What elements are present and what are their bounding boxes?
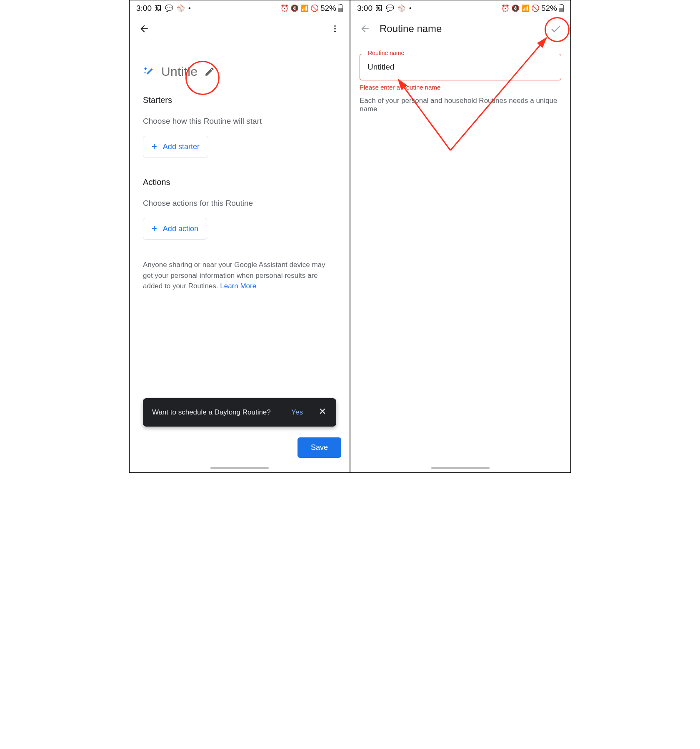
app-bar (130, 16, 350, 41)
privacy-info-text: Anyone sharing or near your Google Assis… (143, 260, 336, 292)
toast-message: Want to schedule a Daylong Routine? (152, 408, 271, 417)
battery-percent: 52% (541, 4, 557, 13)
arrow-back-icon (139, 23, 150, 34)
app-bar: Routine name (350, 16, 570, 41)
no-sim-icon: 🚫 (310, 5, 319, 12)
close-icon (318, 407, 327, 416)
pencil-icon (204, 66, 215, 77)
field-error-message: Please enter a Routine name (360, 84, 561, 91)
field-helper-text: Each of your personal and household Rout… (360, 97, 561, 113)
battery-icon (559, 5, 564, 12)
edit-name-button[interactable] (203, 65, 216, 78)
check-icon (550, 22, 562, 35)
no-sim-icon: 🚫 (531, 5, 540, 12)
plus-icon: + (152, 223, 157, 234)
starters-heading: Starters (143, 95, 336, 105)
mute-icon: 🔇 (290, 5, 299, 12)
battery-icon (338, 5, 343, 12)
messenger-icon: 💬 (386, 5, 394, 12)
dot-icon: • (188, 5, 191, 12)
bottom-action-bar: Save (130, 431, 350, 472)
plus-icon: + (152, 141, 157, 152)
dot-icon: • (409, 5, 412, 12)
page-title: Routine name (380, 23, 442, 35)
nav-handle[interactable] (431, 467, 490, 469)
more-options-button[interactable] (329, 22, 341, 35)
svg-point-2 (334, 31, 336, 32)
gallery-icon: 🖼 (155, 5, 162, 12)
routine-editor-screen: 3:00 🖼 💬 ⚾ • ⏰ 🔇 📶 🚫 52% (130, 0, 350, 472)
sports-icon: ⚾ (177, 5, 185, 12)
clock-time: 3:00 (136, 4, 152, 13)
back-button[interactable] (138, 22, 150, 35)
add-action-label: Add action (163, 225, 198, 233)
battery-percent: 52% (320, 4, 336, 13)
messenger-icon: 💬 (165, 5, 173, 12)
status-bar: 3:00 🖼 💬 ⚾ • ⏰ 🔇 📶 🚫 52% (130, 0, 350, 16)
alarm-icon: ⏰ (280, 5, 289, 12)
arrow-back-icon (360, 23, 370, 34)
more-vert-icon (330, 24, 340, 33)
alarm-icon: ⏰ (501, 5, 510, 12)
toast-yes-button[interactable]: Yes (291, 408, 303, 417)
routine-name-title: Untitle (161, 65, 198, 79)
toast-close-button[interactable] (318, 407, 327, 418)
gallery-icon: 🖼 (376, 5, 382, 12)
save-button[interactable]: Save (298, 437, 341, 458)
wand-icon (143, 65, 155, 79)
rename-routine-screen: 3:00 🖼 💬 ⚾ • ⏰ 🔇 📶 🚫 52% Routine name (350, 0, 570, 472)
clock-time: 3:00 (357, 4, 372, 13)
add-starter-label: Add starter (163, 142, 200, 151)
svg-point-0 (334, 25, 336, 27)
confirm-button[interactable] (550, 22, 562, 35)
wifi-icon: 📶 (300, 5, 309, 12)
status-bar: 3:00 🖼 💬 ⚾ • ⏰ 🔇 📶 🚫 52% (350, 0, 570, 16)
nav-handle[interactable] (210, 467, 269, 469)
add-action-button[interactable]: + Add action (143, 218, 207, 240)
back-button[interactable] (359, 22, 371, 35)
annotation-arrows (350, 25, 571, 167)
actions-description: Choose actions for this Routine (143, 199, 336, 208)
field-label: Routine name (365, 50, 407, 56)
daylong-routine-toast: Want to schedule a Daylong Routine? Yes (143, 398, 336, 427)
learn-more-link[interactable]: Learn More (220, 282, 256, 290)
routine-name-input[interactable] (360, 54, 561, 80)
starters-description: Choose how this Routine will start (143, 117, 336, 126)
actions-heading: Actions (143, 177, 336, 187)
add-starter-button[interactable]: + Add starter (143, 136, 208, 157)
mute-icon: 🔇 (511, 5, 520, 12)
svg-point-1 (334, 28, 336, 30)
wifi-icon: 📶 (521, 5, 530, 12)
sports-icon: ⚾ (398, 5, 406, 12)
